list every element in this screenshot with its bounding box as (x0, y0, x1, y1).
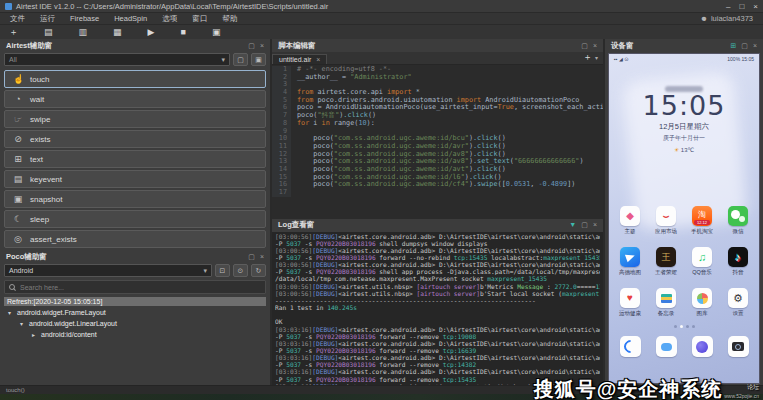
log-line: [03:03:16][DEBUG]<airtest.core.android.a… (275, 340, 600, 347)
app-icon[interactable] (728, 336, 749, 357)
editor-tab[interactable]: untitled.air × (272, 54, 327, 64)
poco-lock-button[interactable]: ⊡ (215, 264, 230, 277)
minimize-button[interactable]: – (726, 2, 730, 11)
save-button[interactable]: ▥ (79, 28, 88, 37)
app-shortcut[interactable]: QQ音乐 (684, 247, 720, 276)
log-filter-icon[interactable]: ▼ (569, 221, 576, 229)
app-icon[interactable] (656, 206, 676, 226)
menu-item[interactable]: 运行 (40, 14, 55, 24)
airtest-action-button[interactable]: ▤ keyevent (4, 170, 266, 188)
tab-close-icon[interactable]: × (316, 56, 320, 63)
poco-inspect-button[interactable]: ⊙ (233, 264, 248, 277)
status-icons: ▪▪ ◢ ⊙ (614, 56, 628, 62)
device-screen[interactable]: ▪▪ ◢ ⊙ 100% 15:05 15:05 12月5日星期六 庚子年十月廿一… (608, 53, 760, 384)
tree-expander-icon[interactable]: ▸ (32, 331, 38, 338)
float-panel-icon[interactable]: ▢ (581, 42, 588, 50)
menu-item[interactable]: Firebase (70, 14, 99, 24)
menu-item[interactable]: HeadSpin (114, 14, 147, 24)
new-tab-button[interactable]: ＋ (583, 51, 592, 64)
save-as-button[interactable]: ▦ (113, 28, 122, 37)
close-button[interactable]: × (753, 2, 758, 11)
code-editor[interactable]: 1 # -*- encoding=utf8 -*- 2 __author__ =… (272, 65, 603, 219)
app-icon[interactable] (692, 247, 712, 267)
dock-shortcut[interactable]: 电话 (612, 336, 648, 357)
poco-tree-node[interactable]: ▾ android.widget.FrameLayout (4, 307, 266, 318)
app-icon[interactable] (656, 336, 677, 357)
menu-item[interactable]: 文件 (10, 14, 25, 24)
window-title: Airtest IDE v1.2.0 -- C:/Users/Administr… (16, 2, 328, 11)
poco-tree-node[interactable]: ▾ android.widget.LinearLayout (4, 318, 266, 329)
app-icon[interactable] (620, 336, 641, 357)
new-file-button[interactable]: ＋ (9, 28, 18, 37)
account-area[interactable]: ☻ luiaclan4373 (700, 14, 753, 23)
close-panel-icon[interactable]: × (593, 221, 597, 229)
float-panel-icon[interactable]: ▢ (581, 221, 588, 229)
app-icon[interactable] (692, 288, 712, 308)
menu-item[interactable]: 选项 (162, 14, 177, 24)
chevron-down-icon[interactable]: ▾ (595, 54, 598, 61)
app-shortcut[interactable]: 备忘录 (648, 288, 684, 317)
float-panel-icon[interactable]: ▢ (248, 42, 255, 50)
poco-driver-dropdown[interactable]: Android ▾ (4, 264, 212, 277)
app-icon[interactable] (728, 288, 748, 308)
log-line: -P 5037 -s PQY0220B03018196 forward --no… (275, 254, 600, 261)
app-icon[interactable] (656, 288, 676, 308)
page-indicator (609, 325, 759, 328)
airtest-snippet-button[interactable]: ▣ (251, 53, 266, 66)
poco-refresh-entry[interactable]: Refresh:[2020-12-05 15:05:15] (4, 297, 266, 306)
app-icon[interactable] (620, 206, 640, 226)
app-label: 备忘录 (658, 310, 675, 317)
float-panel-icon[interactable]: ▢ (248, 253, 255, 261)
app-shortcut[interactable]: 王者荣耀 (648, 247, 684, 276)
app-shortcut[interactable]: 应用市场 (648, 206, 684, 235)
app-shortcut[interactable]: 抖音 (720, 247, 756, 276)
device-tools-icon[interactable]: ⊞ (730, 42, 736, 50)
menu-item[interactable]: 窗口 (192, 14, 207, 24)
airtest-action-button[interactable]: ☞ swipe (4, 110, 266, 128)
page-dot (674, 325, 677, 328)
airtest-action-button[interactable]: ⊞ text (4, 150, 266, 168)
tree-expander-icon[interactable]: ▾ (8, 309, 14, 316)
close-panel-icon[interactable]: × (593, 42, 597, 50)
airtest-filter-dropdown[interactable]: All ▾ (4, 53, 230, 66)
stop-script-button[interactable]: ■ (180, 28, 185, 37)
app-shortcut[interactable]: 图库 (684, 288, 720, 317)
app-shortcut[interactable]: 12.12 手机淘宝 (684, 206, 720, 235)
log-view[interactable]: [03:00:56][DEBUG]<airtest.core.android.a… (272, 232, 603, 387)
app-shortcut[interactable]: 主题 (612, 206, 648, 235)
app-icon[interactable]: 12.12 (692, 206, 712, 226)
open-file-button[interactable]: ▤ (44, 28, 53, 37)
app-icon[interactable] (620, 247, 640, 267)
maximize-button[interactable]: □ (739, 2, 744, 11)
app-shortcut[interactable]: 高德地图 (612, 247, 648, 276)
app-icon[interactable] (728, 247, 748, 267)
airtest-doc-button[interactable]: ▢ (233, 53, 248, 66)
record-button[interactable]: ▣ (212, 28, 221, 37)
dock-shortcut[interactable]: 浏览器 (684, 336, 720, 357)
tree-expander-icon[interactable]: ▾ (20, 320, 26, 327)
close-panel-icon[interactable]: × (260, 42, 264, 50)
close-panel-icon[interactable]: × (753, 42, 757, 50)
app-shortcut[interactable]: 微信 (720, 206, 756, 235)
poco-tree-node[interactable]: ▸ android:id/content (4, 329, 266, 340)
run-script-button[interactable]: ▶ (148, 28, 155, 37)
poco-search-input[interactable]: Search here... (4, 280, 266, 294)
app-shortcut[interactable]: 设置 (720, 288, 756, 317)
dock-shortcut[interactable]: 相机 (720, 336, 756, 357)
app-icon[interactable] (728, 206, 748, 226)
close-panel-icon[interactable]: × (260, 253, 264, 261)
airtest-action-button[interactable]: ◔ wait (4, 90, 266, 108)
airtest-action-button[interactable]: ☾ sleep (4, 210, 266, 228)
app-icon[interactable] (656, 247, 676, 267)
app-icon[interactable] (692, 336, 713, 357)
menu-item[interactable]: 帮助 (222, 14, 237, 24)
airtest-action-button[interactable]: ☝ touch (4, 70, 266, 88)
airtest-action-button[interactable]: ⊘ exists (4, 130, 266, 148)
airtest-action-button[interactable]: ◎ assert_exists (4, 230, 266, 248)
float-panel-icon[interactable]: ▢ (741, 42, 748, 50)
poco-refresh-button[interactable]: ↻ (251, 264, 266, 277)
app-shortcut[interactable]: 运动健康 (612, 288, 648, 317)
app-icon[interactable] (620, 288, 640, 308)
dock-shortcut[interactable]: 信息 (648, 336, 684, 357)
airtest-action-button[interactable]: ▣ snapshot (4, 190, 266, 208)
